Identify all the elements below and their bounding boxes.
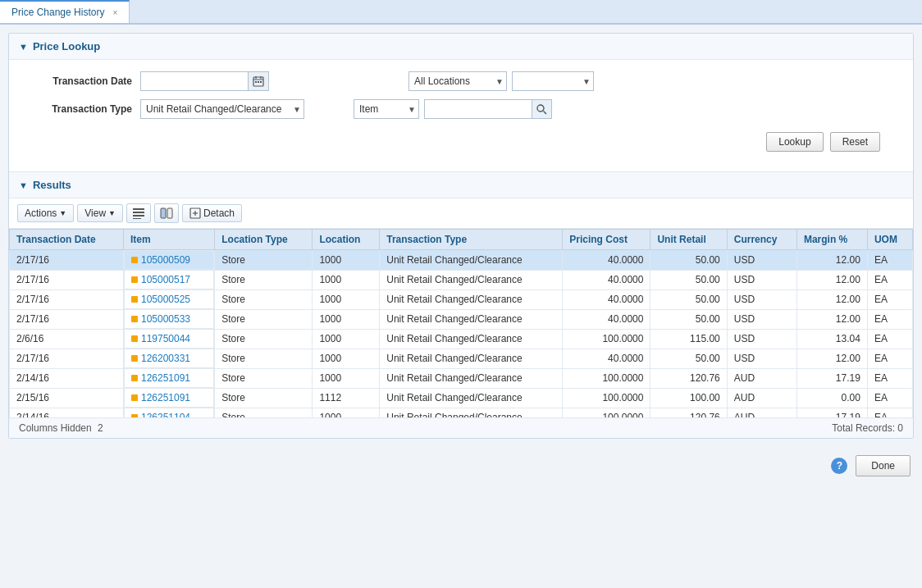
cell-unit-retail: 120.76 — [650, 408, 727, 417]
table-row[interactable]: 2/14/16126251104Store1000Unit Retail Cha… — [10, 408, 913, 417]
view-button[interactable]: View ▼ — [77, 204, 123, 222]
cell-margin: 17.19 — [796, 408, 867, 417]
col-header-loc-type[interactable]: Location Type — [215, 230, 313, 250]
total-records-label: Total Records: — [832, 422, 895, 434]
cell-unit-retail: 50.00 — [650, 289, 727, 309]
tab-close-icon[interactable]: × — [112, 8, 117, 17]
view-label: View — [84, 207, 106, 219]
cell-location: 1000 — [313, 329, 380, 349]
col-header-item[interactable]: Item — [123, 230, 214, 250]
item-link[interactable]: 126200331 — [141, 353, 190, 364]
cell-unit-retail: 50.00 — [650, 250, 727, 271]
col-header-currency[interactable]: Currency — [727, 230, 796, 250]
lookup-button[interactable]: Lookup — [766, 132, 823, 152]
table-row[interactable]: 2/6/16119750044Store1000Unit Retail Chan… — [10, 329, 913, 349]
cell-currency: AUD — [727, 388, 796, 408]
cell-margin: 12.00 — [796, 309, 867, 329]
bottom-bar: ? Done — [0, 447, 922, 485]
cell-item: 126200331 — [124, 349, 214, 368]
help-icon-label: ? — [837, 460, 842, 472]
table-row[interactable]: 2/15/16126251091Store1112Unit Retail Cha… — [10, 388, 913, 408]
done-button[interactable]: Done — [856, 455, 911, 476]
cell-date: 2/17/16 — [10, 250, 124, 271]
col-header-unit-retail[interactable]: Unit Retail — [650, 230, 727, 250]
item-link[interactable]: 105000525 — [141, 294, 190, 305]
svg-rect-11 — [133, 215, 144, 217]
results-title: Results — [33, 179, 71, 191]
detach-button[interactable]: Detach — [182, 204, 242, 222]
item-dot-icon — [131, 316, 138, 322]
table-row[interactable]: 2/17/16105000509Store1000Unit Retail Cha… — [10, 250, 913, 271]
cell-margin: 12.00 — [796, 250, 867, 271]
item-link[interactable]: 105000517 — [141, 274, 190, 285]
table-row[interactable]: 2/17/16105000517Store1000Unit Retail Cha… — [10, 270, 913, 289]
svg-rect-14 — [167, 208, 172, 218]
item-dot-icon — [131, 257, 138, 263]
col-header-trans-type[interactable]: Transaction Type — [380, 230, 563, 250]
table-row[interactable]: 2/14/16126251091Store1000Unit Retail Cha… — [10, 368, 913, 388]
cell-currency: AUD — [727, 408, 796, 417]
item-search-input[interactable] — [425, 102, 532, 116]
cell-location: 1000 — [313, 368, 380, 388]
reset-button[interactable]: Reset — [830, 132, 880, 152]
cell-loc-type: Store — [215, 309, 313, 329]
transaction-date-input[interactable] — [141, 74, 248, 89]
location-select[interactable]: All Locations Store Warehouse — [409, 71, 507, 91]
col-header-margin[interactable]: Margin % — [796, 230, 867, 250]
cell-margin: 12.00 — [796, 349, 867, 368]
col-header-location[interactable]: Location — [313, 230, 380, 250]
col-header-uom[interactable]: UOM — [867, 230, 912, 250]
edit-rows-button[interactable] — [126, 203, 151, 223]
col-header-date[interactable]: Transaction Date — [10, 230, 124, 250]
calendar-icon-btn[interactable] — [248, 72, 268, 90]
item-link[interactable]: 119750044 — [141, 333, 190, 344]
cell-pricing-cost: 100.0000 — [563, 368, 650, 388]
results-collapse-icon[interactable]: ▼ — [19, 180, 28, 190]
cell-item: 105000525 — [124, 289, 214, 309]
cell-loc-type: Store — [215, 270, 313, 289]
cell-currency: USD — [727, 309, 796, 329]
cell-uom: EA — [867, 250, 912, 271]
cell-date: 2/6/16 — [10, 329, 124, 349]
help-icon[interactable]: ? — [831, 458, 847, 474]
item-search-icon-btn[interactable] — [532, 100, 551, 118]
results-toolbar: Actions ▼ View ▼ — [9, 198, 913, 229]
cell-trans-type: Unit Retail Changed/Clearance — [380, 408, 563, 417]
detach-label: Detach — [203, 207, 235, 219]
item-type-select[interactable]: Item Item Group — [354, 99, 419, 119]
table-row[interactable]: 2/17/16105000525Store1000Unit Retail Cha… — [10, 289, 913, 309]
col-header-pricing-cost[interactable]: Pricing Cost — [563, 230, 650, 250]
cell-item: 126251091 — [124, 368, 214, 388]
cell-unit-retail: 120.76 — [650, 368, 727, 388]
cell-trans-type: Unit Retail Changed/Clearance — [380, 270, 563, 289]
freeze-columns-button[interactable] — [154, 203, 179, 223]
item-link[interactable]: 105000509 — [141, 254, 190, 266]
transaction-date-label: Transaction Date — [25, 75, 132, 87]
location-sub-select[interactable] — [512, 71, 594, 91]
cell-loc-type: Store — [215, 250, 313, 271]
cell-location: 1000 — [313, 250, 380, 271]
price-change-history-tab[interactable]: Price Change History × — [0, 0, 130, 23]
cell-trans-type: Unit Retail Changed/Clearance — [380, 289, 563, 309]
item-link[interactable]: 126251091 — [141, 372, 190, 384]
cell-unit-retail: 100.00 — [650, 388, 727, 408]
results-table: Transaction Date Item Location Type Loca… — [9, 229, 913, 417]
collapse-icon[interactable]: ▼ — [19, 42, 28, 52]
total-records-info: Total Records: 0 — [832, 422, 903, 434]
table-row[interactable]: 2/17/16126200331Store1000Unit Retail Cha… — [10, 349, 913, 368]
cell-uom: EA — [867, 289, 912, 309]
svg-rect-5 — [258, 81, 259, 83]
actions-button[interactable]: Actions ▼ — [17, 204, 74, 222]
item-link[interactable]: 126251091 — [141, 392, 190, 403]
item-link[interactable]: 105000533 — [141, 313, 190, 325]
table-row[interactable]: 2/17/16105000533Store1000Unit Retail Cha… — [10, 309, 913, 329]
item-dot-icon — [131, 394, 138, 401]
cell-uom: EA — [867, 329, 912, 349]
results-section: ▼ Results Actions ▼ View ▼ — [9, 172, 913, 438]
transaction-type-select[interactable]: Unit Retail Changed/Clearance Price Chan… — [140, 99, 304, 119]
item-dot-icon — [131, 276, 138, 283]
cell-item: 105000517 — [124, 270, 214, 289]
cell-item: 105000533 — [124, 309, 214, 329]
footer-bar: Columns Hidden 2 Total Records: 0 — [9, 417, 913, 438]
item-link[interactable]: 126251104 — [141, 412, 190, 417]
